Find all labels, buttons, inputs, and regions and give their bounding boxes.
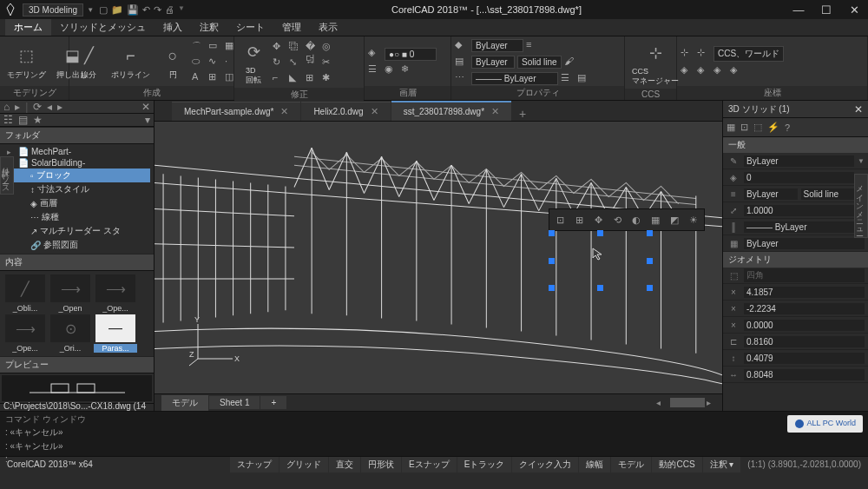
prop-row-w[interactable]: ⊏0.8160 (723, 334, 868, 350)
prop-row-scale[interactable]: ⤢1.0000 (723, 202, 868, 219)
render-icon[interactable]: ☀ (686, 212, 701, 228)
circle-button[interactable]: ○円 (157, 42, 188, 83)
new-icon[interactable]: ▢ (99, 4, 108, 16)
layer-iso-icon[interactable]: ◉ (385, 63, 398, 77)
block-item[interactable]: ⟶_Ope... (3, 314, 47, 353)
view-icon[interactable]: ◈ (681, 64, 694, 78)
prop-row-linestyle[interactable]: ≡ByLayerSolid line▼ (723, 186, 868, 202)
tree-item-linetype[interactable]: ⋯線種 (3, 210, 150, 224)
tab-manage[interactable]: 管理 (273, 19, 310, 36)
section-geometry[interactable]: ジオメトリ (723, 252, 868, 268)
lineweight-icon[interactable]: ≡ (526, 39, 540, 53)
tab-insert[interactable]: 挿入 (155, 19, 191, 36)
match-icon[interactable]: 🖌 (564, 56, 578, 69)
prop-row-x[interactable]: ×4.1857 (723, 284, 868, 301)
tab-close-icon[interactable]: ✕ (491, 106, 499, 117)
redo-icon[interactable]: ↷ (154, 4, 161, 16)
close-button[interactable]: ✕ (844, 3, 865, 17)
maximize-button[interactable]: ☐ (816, 3, 837, 17)
home-icon[interactable]: ⌂ (3, 101, 10, 113)
stretch-icon[interactable]: ↔ (306, 56, 319, 70)
zoom-extents-icon[interactable]: ⊞ (571, 212, 587, 228)
prop-row-layer[interactable]: ◈0▼ (723, 169, 868, 186)
fav-icon[interactable]: ★ (33, 114, 43, 126)
rotate-icon[interactable]: ↻ (273, 56, 286, 70)
tab-sheet[interactable]: シート (227, 19, 273, 36)
ccs-dropdown[interactable]: CCS、ワールド (713, 46, 784, 62)
linetype-dd[interactable]: ——— ByLayer (471, 72, 558, 85)
orbit-icon[interactable]: ⟲ (609, 212, 625, 228)
tab-annotate[interactable]: 注釈 (191, 19, 227, 36)
content-section-header[interactable]: 内容 (0, 254, 154, 271)
add-tab-button[interactable]: + (512, 107, 533, 121)
offset-icon[interactable]: ◎ (322, 41, 336, 55)
prop-row-y[interactable]: ×-2.2234 (723, 301, 868, 317)
tree-item[interactable]: ▾📄SolarBuilding- (3, 157, 150, 169)
doc-tab[interactable]: MechPart-sample.dwg*✕ (172, 102, 300, 121)
array-icon[interactable]: ⊞ (306, 72, 319, 86)
scroll-right-icon[interactable]: ▸ (707, 398, 719, 407)
main-menu-tab[interactable]: メインメニュー (854, 174, 868, 238)
views-icon[interactable]: ▦ (648, 212, 663, 228)
modeling-button[interactable]: ⬚モデリング (3, 42, 49, 83)
tree-item-block[interactable]: ▫ブロック (3, 169, 150, 182)
block-item[interactable]: ╱_Obli... (3, 274, 47, 313)
command-prompt[interactable]: : (5, 453, 863, 465)
add-sheet-button[interactable]: + (260, 396, 286, 409)
prop-row-d[interactable]: ↔0.8048 (723, 367, 868, 383)
color-dropdown[interactable]: ByLayer (471, 39, 523, 52)
arc-icon[interactable]: ⌒ (192, 40, 206, 54)
ellipse-icon[interactable]: ⬭ (192, 56, 206, 69)
save-icon[interactable]: 💾 (127, 4, 139, 16)
layer-dd[interactable]: ByLayer (471, 56, 515, 69)
text-icon[interactable]: A (192, 71, 206, 85)
ucs-icon[interactable]: ⊹ (681, 47, 694, 61)
tree-item-mleader[interactable]: ↗マルチリーダー スタ (3, 224, 150, 238)
chamfer-icon[interactable]: ◣ (289, 72, 303, 86)
block-item[interactable]: ⊙_Ori... (49, 314, 92, 353)
doc-tab-active[interactable]: sst_238017898.dwg*✕ (391, 101, 511, 121)
panel-close-icon[interactable]: ✕ (854, 103, 863, 116)
model-tab[interactable]: モデル (161, 395, 208, 411)
tree-item[interactable]: ▸📄MechPart- (3, 146, 150, 157)
tab-close-icon[interactable]: ✕ (280, 106, 288, 117)
layer-props-icon[interactable]: ☰ (368, 63, 382, 77)
block-item-selected[interactable]: —Paras... (94, 314, 137, 353)
doc-tab[interactable]: Helix2.0.dwg✕ (301, 102, 390, 121)
tab-view[interactable]: 表示 (310, 19, 346, 36)
prop-row-color[interactable]: ✎ByLayer▼ (723, 153, 868, 169)
polyline-button[interactable]: ⌐ポリライン (108, 42, 154, 83)
section-general[interactable]: 一般 (723, 137, 868, 153)
menu-icon[interactable]: ▾ (145, 114, 150, 126)
props-icon[interactable]: ☰ (561, 72, 575, 86)
tree-item-dimstyle[interactable]: ↕寸法スタイル (3, 182, 150, 196)
print-icon[interactable]: 🖨 (165, 4, 174, 16)
undo-icon[interactable]: ↶ (142, 4, 150, 16)
layer-dropdown[interactable]: ●○ ■ 0 (385, 48, 437, 61)
visual-style-icon[interactable]: ◐ (628, 212, 644, 228)
layer-icon[interactable]: ◈ (368, 47, 382, 61)
design-resources-tab[interactable]: 設計リソース (0, 156, 14, 195)
open-icon[interactable]: 📁 (111, 4, 123, 16)
spline-icon[interactable]: ∿ (208, 56, 222, 69)
panel-close-icon[interactable]: ✕ (141, 101, 150, 113)
tab-solid-mesh[interactable]: ソリッドとメッシュ (51, 19, 155, 36)
linestyle-dd[interactable]: Solid line (517, 56, 562, 69)
block-item[interactable]: ⟶_Ope... (94, 274, 137, 313)
tree-item-xref[interactable]: 🔗参照図面 (3, 238, 150, 252)
tree-icon[interactable]: ☷ (3, 114, 13, 126)
scale-icon[interactable]: ⤡ (289, 56, 303, 70)
zoom-window-icon[interactable]: ⊡ (552, 212, 568, 228)
mirror-icon[interactable]: �더 (306, 41, 319, 55)
prop-row-lineweight[interactable]: ║——— ByLayer▼ (723, 219, 868, 235)
ccs-manager-button[interactable]: ⊹CCS マネージャー (628, 39, 682, 89)
scroll-left-icon[interactable]: ◂ (656, 398, 668, 407)
select-icon[interactable]: ⊡ (740, 122, 748, 133)
scroll-thumb[interactable] (670, 398, 705, 407)
pick-icon[interactable]: ⬚ (753, 122, 762, 133)
selection-grips[interactable] (549, 230, 653, 291)
workspace-dropdown[interactable]: 3D Modeling (23, 3, 83, 17)
folder-section-header[interactable]: フォルダ (0, 127, 154, 144)
move-icon[interactable]: ✥ (273, 41, 286, 55)
refresh-icon[interactable]: ⟳ (33, 101, 42, 113)
